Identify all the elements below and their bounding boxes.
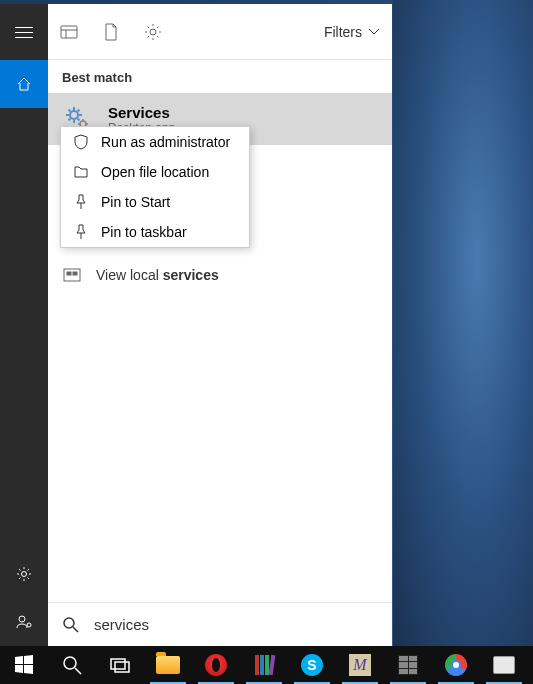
calculator-icon (398, 655, 418, 675)
svg-rect-9 (64, 269, 80, 281)
svg-rect-3 (61, 26, 77, 38)
skype-icon: S (301, 654, 323, 676)
search-box[interactable] (48, 602, 392, 646)
svg-line-15 (75, 668, 81, 674)
best-match-header: Best match (48, 60, 392, 93)
svg-rect-10 (67, 272, 71, 275)
context-menu: Run as administrator Open file location … (60, 126, 250, 248)
svg-rect-16 (111, 659, 125, 669)
ctx-open-file-location[interactable]: Open file location (61, 157, 249, 187)
desktop-background (393, 0, 533, 646)
ctx-pin-to-taskbar[interactable]: Pin to taskbar (61, 217, 249, 247)
svg-point-1 (19, 616, 25, 622)
app-icon (493, 656, 515, 674)
result-view-local-services[interactable]: View local services (48, 257, 392, 293)
taskbar-taskview[interactable] (96, 646, 144, 684)
folder-icon (156, 656, 180, 674)
books-icon (255, 655, 274, 675)
search-main-column: Filters Best match Services Desktop app … (48, 4, 392, 646)
top-filter-bar: Filters (48, 4, 392, 60)
ctx-label: Open file location (101, 164, 209, 180)
filters-label: Filters (324, 24, 362, 40)
feedback-rail-button[interactable] (0, 598, 48, 646)
svg-point-12 (64, 618, 74, 628)
taskbar-books-app[interactable] (240, 646, 288, 684)
person-icon (16, 614, 32, 630)
svg-rect-11 (73, 272, 77, 275)
search-panel: Filters Best match Services Desktop app … (0, 4, 392, 646)
folder-icon (73, 164, 89, 180)
windows-icon (13, 654, 35, 676)
taskbar-m-app[interactable]: M (336, 646, 384, 684)
result-title: Services (108, 104, 175, 121)
svg-point-6 (150, 29, 156, 35)
taskbar-opera[interactable] (192, 646, 240, 684)
svg-point-14 (64, 657, 76, 669)
taskbar-file-explorer[interactable] (144, 646, 192, 684)
settings-filter-icon[interactable] (144, 23, 162, 41)
ctx-label: Pin to Start (101, 194, 170, 210)
hamburger-button[interactable] (0, 4, 48, 60)
left-rail (0, 4, 48, 646)
search-icon (62, 616, 80, 634)
svg-point-7 (70, 111, 78, 119)
taskbar-app[interactable] (480, 646, 528, 684)
gear-icon (16, 566, 32, 582)
apps-filter-icon[interactable] (60, 23, 78, 41)
taskbar-search[interactable] (48, 646, 96, 684)
search-icon (61, 654, 83, 676)
m-icon: M (349, 654, 371, 676)
pin-icon (73, 224, 89, 240)
ctx-run-as-admin[interactable]: Run as administrator (61, 127, 249, 157)
task-view-icon (109, 654, 131, 676)
pin-icon (73, 194, 89, 210)
chevron-down-icon (368, 28, 380, 36)
ctx-label: Pin to taskbar (101, 224, 187, 240)
svg-rect-17 (115, 662, 129, 672)
filters-dropdown[interactable]: Filters (324, 24, 380, 40)
home-rail-button[interactable] (0, 60, 48, 108)
opera-icon (205, 654, 227, 676)
ctx-label: Run as administrator (101, 134, 230, 150)
taskbar-chrome[interactable] (432, 646, 480, 684)
taskbar-skype[interactable]: S (288, 646, 336, 684)
svg-line-13 (73, 627, 78, 632)
svg-point-2 (27, 623, 31, 627)
component-services-icon (62, 265, 82, 285)
search-input[interactable] (94, 616, 378, 633)
svg-point-0 (22, 572, 27, 577)
result-line-text: View local services (96, 267, 219, 283)
ctx-pin-to-start[interactable]: Pin to Start (61, 187, 249, 217)
settings-rail-button[interactable] (0, 550, 48, 598)
home-icon (16, 76, 32, 92)
chrome-icon (445, 654, 467, 676)
taskbar: S M (0, 646, 533, 684)
taskbar-calculator[interactable] (384, 646, 432, 684)
documents-filter-icon[interactable] (102, 23, 120, 41)
shield-icon (73, 134, 89, 150)
start-button[interactable] (0, 646, 48, 684)
